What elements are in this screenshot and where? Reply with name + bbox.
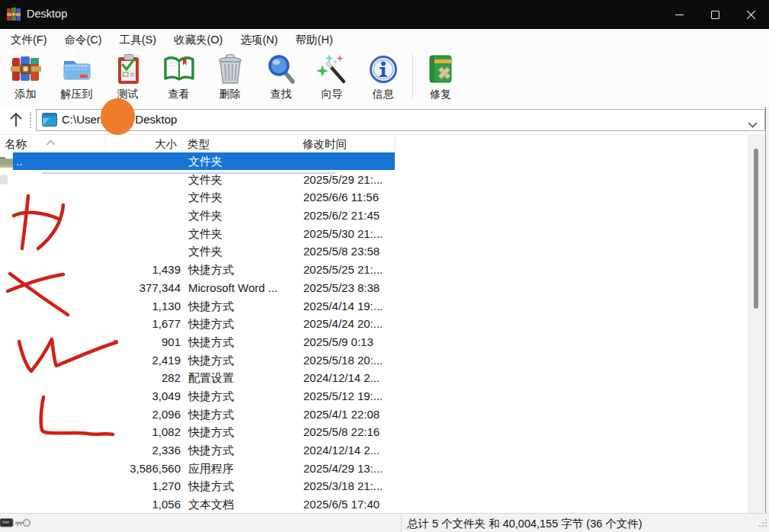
table-row[interactable]: 282配置设置2024/12/14 2... — [0, 369, 747, 387]
resize-grip-icon[interactable] — [758, 517, 767, 530]
cell-size: 1,082 — [91, 423, 181, 441]
repair-button[interactable]: 修复 — [417, 50, 464, 106]
menu-tools[interactable]: 工具(S) — [113, 31, 163, 49]
menu-help[interactable]: 帮助(H) — [289, 31, 340, 49]
column-divider[interactable] — [297, 136, 298, 152]
cell-type: 快捷方式 — [188, 315, 234, 333]
cell-type: 快捷方式 — [188, 387, 234, 405]
cell-type: 快捷方式 — [188, 351, 234, 370]
table-row[interactable]: 1,130快捷方式2025/4/14 19:... — [0, 297, 747, 316]
cell-modified: 2025/5/9 0:13 — [303, 333, 373, 351]
table-row[interactable]: 1,677快捷方式2025/4/24 20:... — [0, 315, 747, 333]
close-button[interactable] — [733, 0, 769, 29]
column-header: 名称 大小 类型 修改时间 — [0, 134, 747, 153]
table-row[interactable]: 1,082快捷方式2025/5/8 22:16 — [0, 423, 747, 441]
table-row[interactable]: 2,096快捷方式2025/4/1 22:08 — [0, 405, 747, 424]
titlebar: Desktop — [0, 0, 769, 29]
up-arrow-icon — [8, 111, 24, 129]
table-row[interactable]: 2,419快捷方式2025/5/18 20:... — [0, 351, 747, 370]
cell-modified: 2025/5/29 21:... — [303, 171, 383, 189]
cell-modified: 2025/5/30 21:... — [303, 225, 383, 243]
cell-modified: 2025/6/5 17:40 — [303, 495, 380, 513]
column-modified[interactable]: 修改时间 — [303, 137, 347, 152]
sort-ascending-icon — [46, 136, 55, 148]
find-magnifier-icon — [266, 51, 296, 88]
address-row: C:\UsersDesktop — [0, 107, 769, 134]
cell-size: 3,586,560 — [91, 460, 181, 478]
address-path: C:\UsersDesktop — [62, 113, 177, 126]
table-row[interactable]: 377,344Microsoft Word ...2025/5/23 8:38 — [0, 279, 747, 297]
maximize-button[interactable] — [697, 0, 733, 29]
cell-size: 2,096 — [91, 405, 181, 424]
menu-favorites[interactable]: 收藏夹(O) — [167, 31, 229, 49]
cell-type: 快捷方式 — [188, 405, 234, 424]
table-row[interactable]: 1,056文本文档2025/6/5 17:40 — [0, 495, 747, 513]
test-clipboard-icon — [113, 51, 143, 88]
menu-commands[interactable]: 命令(C) — [58, 31, 109, 49]
cell-size: 282 — [91, 369, 181, 387]
menu-options[interactable]: 选项(N) — [233, 31, 284, 49]
cell-type: 配置设置 — [188, 369, 234, 387]
info-button[interactable]: 信息 — [357, 50, 409, 106]
view-button[interactable]: 查看 — [153, 50, 204, 106]
table-row[interactable]: 3,049快捷方式2025/5/12 19:... — [0, 387, 747, 405]
toolbar-label: 信息 — [373, 88, 394, 100]
delete-trash-icon — [215, 51, 245, 88]
column-divider[interactable] — [105, 136, 106, 152]
cell-modified: 2025/4/24 20:... — [303, 315, 383, 333]
drive-icon[interactable] — [0, 517, 14, 532]
table-row[interactable]: 1,439快捷方式2025/5/25 21:... — [0, 261, 747, 279]
cell-modified: 2025/5/8 23:58 — [303, 242, 380, 261]
cell-type: 快捷方式 — [188, 297, 234, 316]
statusbar: 总计 5 个文件夹 和 40,004,155 字节 (36 个文件) — [0, 513, 769, 532]
wizard-button[interactable]: 向导 — [306, 50, 357, 106]
find-button[interactable]: 查找 — [255, 50, 306, 106]
table-row[interactable]: 文件夹2025/5/30 21:... — [0, 225, 747, 243]
chevron-down-icon[interactable] — [748, 117, 758, 131]
table-row[interactable]: ..文件夹 — [0, 152, 747, 171]
cell-type: 快捷方式 — [188, 441, 234, 460]
scrollbar[interactable] — [748, 134, 765, 513]
scrollbar-thumb[interactable] — [754, 149, 758, 309]
add-button[interactable]: 添加 — [0, 50, 51, 106]
menu-file[interactable]: 文件(F) — [4, 31, 54, 49]
view-book-icon — [163, 51, 195, 88]
table-row[interactable]: 3,586,560应用程序2025/4/29 13:... — [0, 460, 747, 478]
key-icon[interactable] — [15, 517, 32, 532]
cell-type: 文件夹 — [188, 242, 223, 261]
cell-modified: 2025/5/23 8:38 — [303, 279, 380, 297]
table-row[interactable]: 901快捷方式2025/5/9 0:13 — [0, 333, 747, 351]
cell-type: 文件夹 — [188, 152, 223, 171]
column-type[interactable]: 类型 — [187, 137, 210, 152]
drag-handle[interactable] — [30, 112, 31, 128]
table-row[interactable]: 文件夹2025/6/6 11:56 — [0, 188, 747, 207]
delete-button[interactable]: 删除 — [204, 50, 255, 106]
cell-type: 文本文档 — [188, 495, 234, 513]
up-button[interactable] — [6, 110, 26, 130]
cell-modified: 2024/12/14 2... — [303, 369, 380, 387]
address-combobox[interactable]: C:\UsersDesktop — [36, 109, 765, 131]
toolbar-label: 向导 — [322, 88, 343, 100]
table-row[interactable]: 文件夹2025/5/29 21:... — [0, 171, 747, 189]
window-border — [765, 107, 766, 532]
toolbar-label: 查找 — [271, 88, 292, 100]
table-row[interactable]: 1,270快捷方式2025/3/18 21:... — [0, 477, 747, 495]
cell-size: 1,056 — [91, 495, 181, 513]
window-title: Desktop — [27, 8, 67, 20]
cell-type: 快捷方式 — [188, 477, 234, 495]
column-divider[interactable] — [181, 136, 182, 152]
cell-size: 377,344 — [91, 279, 181, 297]
cell-modified: 2025/6/6 11:56 — [303, 188, 379, 207]
table-row[interactable]: 文件夹2025/6/2 21:45 — [0, 207, 747, 225]
table-row[interactable]: 2,336快捷方式2024/12/14 2... — [0, 441, 747, 460]
test-button[interactable]: 测试 — [102, 50, 153, 106]
extract-button[interactable]: 解压到 — [51, 50, 102, 106]
toolbar: 添加 解压到 — [0, 50, 769, 107]
minimize-button[interactable] — [662, 0, 697, 29]
column-size[interactable]: 大小 — [107, 137, 177, 152]
toolbar-label: 测试 — [117, 88, 139, 100]
column-name[interactable]: 名称 — [5, 137, 27, 152]
table-row[interactable]: 文件夹2025/5/8 23:58 — [0, 242, 747, 261]
toolbar-label: 删除 — [219, 88, 241, 100]
cell-size: 1,439 — [91, 261, 181, 279]
